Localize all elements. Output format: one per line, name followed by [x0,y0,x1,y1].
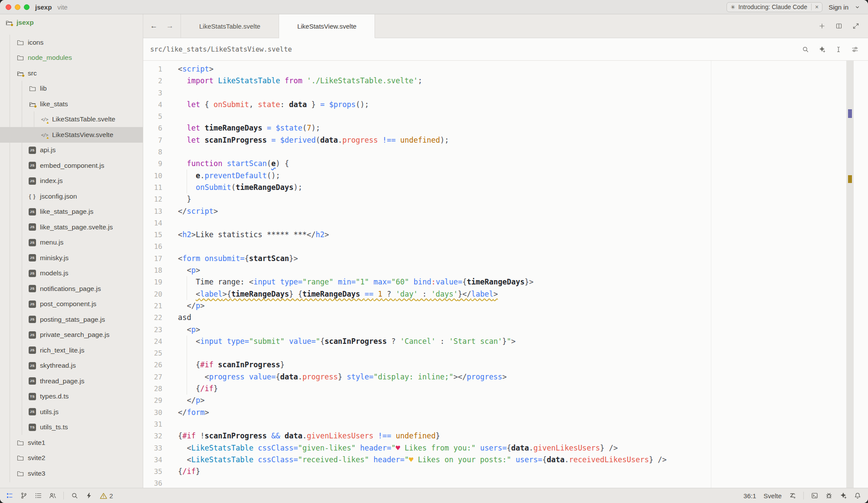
sparkles-button[interactable] [840,492,847,499]
code-line-27[interactable]: <progress value={data.progress} style="d… [178,371,667,383]
tree-item-index-js[interactable]: JSindex.js [0,173,143,189]
code-line-4[interactable]: let { onSubmit, state: data } = $props()… [178,99,667,111]
code-line-32[interactable]: {#if !scanInProgress && data.givenLikesU… [178,430,667,442]
tree-item-src[interactable]: src [0,65,143,81]
panel-button[interactable] [6,492,13,499]
promo-badge-close-icon[interactable]: × [811,3,822,10]
code-line-3[interactable] [178,87,667,99]
tree-item-like-stats-page-svelte-js[interactable]: JSlike_stats_page.svelte.js [0,219,143,235]
tree-item-icons[interactable]: icons [0,35,143,50]
code-line-10[interactable]: e.preventDefault(); [178,170,667,182]
tree-item-models-js[interactable]: JSmodels.js [0,266,143,281]
code-line-23[interactable]: <p> [178,324,667,336]
tree-item-api-js[interactable]: JSapi.js [0,143,143,158]
close-window-button[interactable] [6,4,11,10]
tree-item-likestatsview-svelte[interactable]: </>▲LikeStatsView.svelte [0,127,143,143]
code-line-8[interactable] [178,146,667,158]
code-line-15[interactable]: <h2>Like statistics ***** ***</h2> [178,229,667,241]
tree-item-node-modules[interactable]: node_modules [0,50,143,66]
plus-icon[interactable] [818,23,825,30]
code-line-9[interactable]: function startScan(e) { [178,158,667,170]
search-icon[interactable] [802,46,809,53]
tree-item-post-component-js[interactable]: JSpost_component.js [0,297,143,312]
expand-icon[interactable] [852,23,859,30]
tree-item-utils-ts-ts[interactable]: TSutils_ts.ts [0,420,143,435]
code-line-25[interactable] [178,347,667,359]
code-line-1[interactable]: <script> [178,63,667,75]
code-line-20[interactable]: <label>{timeRangeDays} {timeRangeDays ==… [178,288,667,300]
code-line-34[interactable]: <LikeStatsTable cssClass="received-likes… [178,454,667,466]
tab-likestatstable.svelte[interactable]: LikeStatsTable.svelte [181,14,279,38]
tree-item-like-stats-page-js[interactable]: JSlike_stats_page.js [0,204,143,220]
tree-item-likestatstable-svelte[interactable]: </>▲LikeStatsTable.svelte [0,112,143,127]
code-line-28[interactable]: {/if} [178,383,667,395]
tree-item-lib[interactable]: lib [0,81,143,97]
code-line-5[interactable] [178,111,667,122]
code-line-33[interactable]: <LikeStatsTable cssClass="given-likes" h… [178,442,667,454]
code-line-14[interactable] [178,217,667,229]
outline-button[interactable] [35,492,42,499]
project-root-row[interactable]: jsexp [0,14,143,30]
bug-button[interactable] [825,492,832,499]
tree-item-skythread-js[interactable]: JSskythread.js [0,358,143,374]
code-editor[interactable]: 1234567891011121314151617181920212223242… [143,61,868,488]
tree-item-minisky-js[interactable]: JSminisky.js [0,250,143,266]
tree-item-svite2[interactable]: svite2 [0,451,143,466]
code-line-12[interactable]: } [178,193,667,205]
code-line-17[interactable]: <form onsubmit={startScan}> [178,253,667,265]
code-line-7[interactable]: let scanInProgress = $derived(data.progr… [178,134,667,146]
promo-badge[interactable]: ✳ Introducing: Claude Code × [727,2,822,12]
chevron-down-icon[interactable] [855,4,860,10]
search-button[interactable] [71,492,78,499]
cursor-position[interactable]: 36:1 [743,492,756,500]
editor-scrollbar[interactable] [846,61,854,488]
code-line-2[interactable]: import LikeStatsTable from './LikeStatsT… [178,75,667,87]
terminal-button[interactable] [811,492,818,499]
tree-item-embed-component-js[interactable]: JSembed_component.js [0,158,143,173]
code-line-36[interactable] [178,477,667,488]
breadcrumb[interactable]: src/like_stats/LikeStatsView.svelte [143,46,292,53]
tree-item-svite1[interactable]: svite1 [0,435,143,451]
code-line-21[interactable]: </p> [178,300,667,312]
tree-item-utils-js[interactable]: JSutils.js [0,404,143,420]
tree-item-rich-text-lite-js[interactable]: JSrich_text_lite.js [0,343,143,358]
code-line-30[interactable]: </form> [178,407,667,418]
code-line-6[interactable]: let timeRangeDays = $state(7); [178,122,667,134]
code-line-26[interactable]: {#if scanInProgress} [178,359,667,371]
sparkles-icon[interactable] [818,46,825,53]
tab-likestatsview.svelte[interactable]: LikeStatsView.svelte [279,14,375,38]
code-line-24[interactable]: <input type="submit" value="{scanInProgr… [178,336,667,347]
tree-item-types-d-ts[interactable]: TStypes.d.ts [0,389,143,405]
people-button[interactable] [49,492,56,499]
tree-item-menu-js[interactable]: JSmenu.js [0,235,143,251]
code-line-19[interactable]: Time range: <input type="range" min="1" … [178,276,667,288]
sliders-icon[interactable] [851,46,858,53]
ibeam-icon[interactable] [835,46,842,53]
zed-predict-button[interactable] [789,492,796,499]
bell-button[interactable] [854,492,861,499]
nav-back-button[interactable]: ← [150,22,158,30]
split-icon[interactable] [835,23,842,30]
code-line-22[interactable]: asd [178,312,667,323]
code-line-29[interactable]: </p> [178,395,667,406]
tree-item-jsconfig-json[interactable]: { }jsconfig.json [0,189,143,204]
tree-item-private-search-page-js[interactable]: JSprivate_search_page.js [0,327,143,343]
tree-item-thread-page-js[interactable]: JSthread_page.js [0,373,143,389]
zap-button[interactable] [85,492,92,499]
code-line-31[interactable] [178,418,667,430]
tree-item-notifications-page-js[interactable]: JSnotifications_page.js [0,281,143,297]
tree-item-svite3[interactable]: svite3 [0,466,143,481]
minimize-window-button[interactable] [15,4,20,10]
tree-item-like-stats[interactable]: like_stats [0,96,143,112]
nav-forward-button[interactable]: → [166,22,174,30]
zoom-window-button[interactable] [24,4,30,10]
branch-button[interactable] [20,492,27,499]
warning-button[interactable]: 2 [100,492,113,500]
tree-item-posting-stats-page-js[interactable]: JSposting_stats_page.js [0,312,143,327]
code-line-11[interactable]: onSubmit(timeRangeDays); [178,182,667,193]
language-selector[interactable]: Svelte [763,492,782,500]
sign-in-button[interactable]: Sign in [829,3,848,11]
code-line-16[interactable] [178,241,667,252]
code-line-13[interactable]: </script> [178,206,667,217]
code-line-18[interactable]: <p> [178,265,667,276]
